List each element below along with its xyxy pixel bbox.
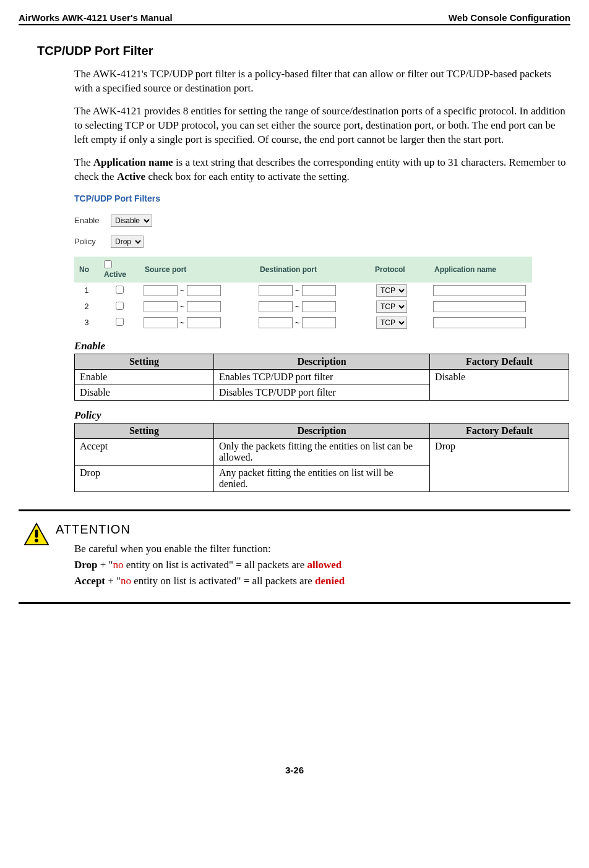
cell-setting: Drop xyxy=(75,465,214,491)
tilde: ~ xyxy=(293,302,302,311)
tilde: ~ xyxy=(178,286,187,295)
col-protocol: Protocol xyxy=(370,257,429,283)
col-app: Application name xyxy=(429,257,532,283)
policy-heading: Policy xyxy=(74,409,570,422)
filter-table: No Active Source port Destination port P… xyxy=(74,257,532,331)
app-name-input[interactable] xyxy=(433,285,526,296)
warning-icon xyxy=(24,522,49,546)
th-desc: Description xyxy=(213,354,429,369)
text: + " xyxy=(105,575,121,587)
active-checkbox[interactable] xyxy=(116,302,124,310)
p3-post: check box for each entity to activate th… xyxy=(145,171,349,182)
cell-factory-default: Disable xyxy=(430,369,569,400)
active-checkbox[interactable] xyxy=(116,318,124,326)
cell-factory-default: Drop xyxy=(430,438,569,491)
page-header: AirWorks AWK-4121 User's Manual Web Cons… xyxy=(19,12,570,25)
row-no: 3 xyxy=(74,315,99,331)
accept-bold: Accept xyxy=(74,575,105,587)
table-row: 1 ~ ~ TCP xyxy=(74,283,532,299)
svg-rect-1 xyxy=(35,529,38,537)
protocol-select[interactable]: TCP xyxy=(376,300,407,313)
policy-label: Policy xyxy=(74,237,108,246)
enable-select[interactable]: Disable xyxy=(111,215,152,227)
table-row: 2 ~ ~ TCP xyxy=(74,299,532,315)
protocol-select[interactable]: TCP xyxy=(376,317,407,329)
app-name-input[interactable] xyxy=(433,301,526,312)
attention-line-1: Be careful when you enable the filter fu… xyxy=(74,543,570,555)
row-no: 1 xyxy=(74,283,99,299)
cell-desc: Disables TCP/UDP port filter xyxy=(213,385,429,400)
dest-start-input[interactable] xyxy=(259,285,293,296)
enable-label: Enable xyxy=(74,216,108,225)
enable-heading: Enable xyxy=(74,340,570,352)
dest-start-input[interactable] xyxy=(259,317,293,328)
dest-end-input[interactable] xyxy=(302,317,336,328)
cell-setting: Disable xyxy=(75,385,214,400)
cell-desc: Enables TCP/UDP port filter xyxy=(213,369,429,385)
app-name-input[interactable] xyxy=(433,317,526,328)
no-red: no xyxy=(113,559,124,571)
paragraph-2: The AWK-4121 provides 8 entities for set… xyxy=(74,104,570,147)
source-start-input[interactable] xyxy=(144,317,178,328)
enable-doc-table: Setting Description Factory Default Enab… xyxy=(74,354,569,401)
source-end-input[interactable] xyxy=(187,285,221,296)
cell-desc: Any packet fitting the entities on list … xyxy=(213,465,429,491)
screenshot-title: TCP/UDP Port Filters xyxy=(74,194,544,203)
dest-end-input[interactable] xyxy=(302,285,336,296)
paragraph-3: The Application name is a text string th… xyxy=(74,156,570,184)
attention-title: ATTENTION xyxy=(56,522,570,537)
th-factory-default: Factory Default xyxy=(430,423,569,438)
tilde: ~ xyxy=(293,286,302,295)
page-number: 3-26 xyxy=(19,765,570,775)
tilde: ~ xyxy=(178,318,187,327)
th-setting: Setting xyxy=(75,354,214,369)
active-checkbox[interactable] xyxy=(116,286,124,294)
table-row: 3 ~ ~ TCP xyxy=(74,315,532,331)
row-no: 2 xyxy=(74,299,99,315)
tilde: ~ xyxy=(178,302,187,311)
header-right: Web Console Configuration xyxy=(449,12,570,23)
drop-bold: Drop xyxy=(74,559,97,571)
policy-select[interactable]: Drop xyxy=(111,236,144,248)
th-factory-default: Factory Default xyxy=(430,354,569,369)
attention-line-3: Accept + "no entity on list is activated… xyxy=(74,575,570,587)
active-header-checkbox[interactable] xyxy=(104,260,112,268)
policy-doc-table: Setting Description Factory Default Acce… xyxy=(74,423,569,492)
cell-desc: Only the packets fitting the entities on… xyxy=(213,438,429,465)
paragraph-1: The AWK-4121's TCP/UDP port filter is a … xyxy=(74,67,570,96)
source-end-input[interactable] xyxy=(187,317,221,328)
source-start-input[interactable] xyxy=(144,301,178,312)
config-screenshot: TCP/UDP Port Filters Enable Disable Poli… xyxy=(74,194,544,331)
no-red: no xyxy=(121,575,131,587)
p3-pre: The xyxy=(74,156,93,168)
text: + " xyxy=(97,559,113,571)
source-end-input[interactable] xyxy=(187,301,221,312)
col-source: Source port xyxy=(140,257,255,283)
dest-end-input[interactable] xyxy=(302,301,336,312)
cell-setting: Enable xyxy=(75,369,214,385)
header-left: AirWorks AWK-4121 User's Manual xyxy=(19,12,173,23)
th-setting: Setting xyxy=(75,423,214,438)
section-title: TCP/UDP Port Filter xyxy=(37,44,570,58)
th-desc: Description xyxy=(213,423,429,438)
col-no: No xyxy=(74,257,99,283)
p3-bold-2: Active xyxy=(117,171,145,182)
allowed-red: allowed xyxy=(307,559,342,571)
source-start-input[interactable] xyxy=(144,285,178,296)
cell-setting: Accept xyxy=(75,438,214,465)
col-dest: Destination port xyxy=(255,257,370,283)
text: entity on list is activated" = all packe… xyxy=(131,575,315,587)
col-active-label: Active xyxy=(104,270,126,279)
col-active: Active xyxy=(99,257,140,283)
p3-bold-1: Application name xyxy=(93,156,173,168)
denied-red: denied xyxy=(315,575,345,587)
attention-box: ATTENTION Be careful when you enable the… xyxy=(19,509,570,604)
tilde: ~ xyxy=(293,318,302,327)
protocol-select[interactable]: TCP xyxy=(376,284,407,297)
text: entity on list is activated" = all packe… xyxy=(124,559,307,571)
svg-point-2 xyxy=(35,538,38,542)
dest-start-input[interactable] xyxy=(259,301,293,312)
attention-line-2: Drop + "no entity on list is activated" … xyxy=(74,559,570,571)
